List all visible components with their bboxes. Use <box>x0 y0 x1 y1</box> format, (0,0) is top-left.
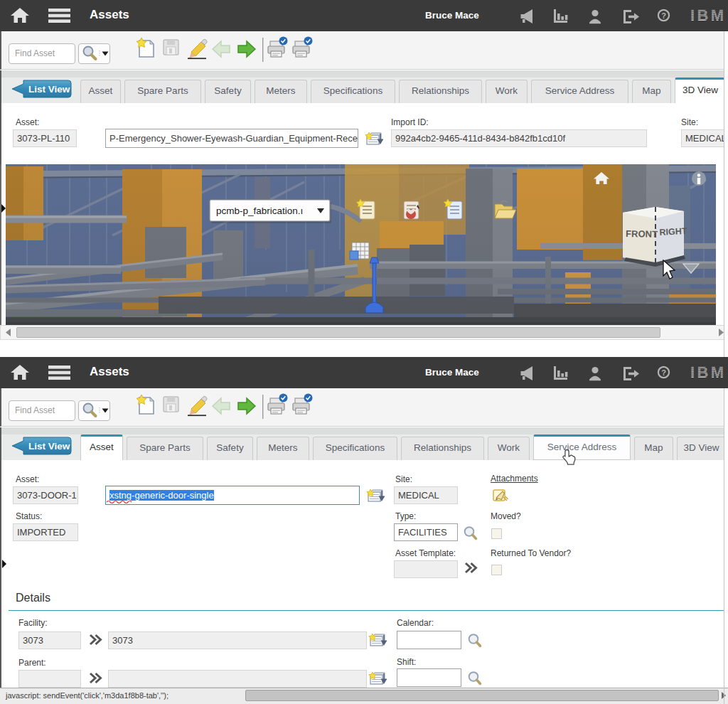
svg-text:FRONT: FRONT <box>626 228 658 240</box>
svg-text:List View: List View <box>28 441 70 452</box>
svg-text:pcmb-p_fabrication.ı: pcmb-p_fabrication.ı <box>216 206 303 216</box>
svg-text:List View: List View <box>28 84 70 95</box>
svg-text:RIGHT: RIGHT <box>659 226 687 238</box>
svg-text:?: ? <box>661 11 666 20</box>
svg-text:?: ? <box>661 368 666 377</box>
